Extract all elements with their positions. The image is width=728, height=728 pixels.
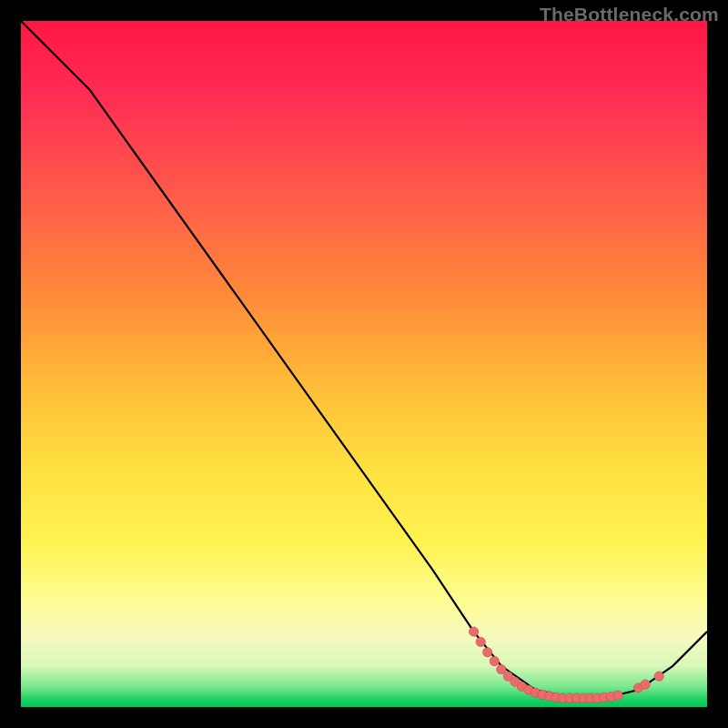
- chart-svg: [21, 21, 707, 707]
- data-point: [490, 656, 499, 665]
- data-point: [613, 691, 622, 700]
- data-point: [483, 648, 492, 657]
- bottleneck-curve: [21, 21, 707, 698]
- chart-frame: TheBottleneck.com: [0, 0, 728, 728]
- data-point: [469, 627, 478, 636]
- data-point: [497, 664, 506, 673]
- watermark-label: TheBottleneck.com: [540, 4, 719, 25]
- plot-area: [21, 21, 707, 707]
- data-point: [654, 672, 663, 681]
- data-point: [476, 637, 485, 646]
- data-point: [641, 680, 650, 689]
